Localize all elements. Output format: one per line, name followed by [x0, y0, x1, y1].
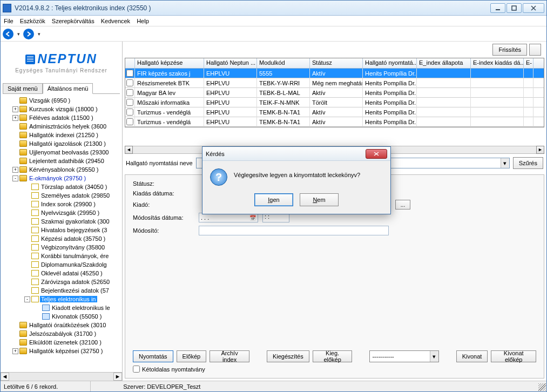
tree-teljes-elektronikus-index[interactable]: -Teljes elektronikus in	[1, 295, 122, 303]
menu-eszközök[interactable]: Eszközök	[20, 18, 45, 24]
tree-admin-helyek[interactable]: Adminisztrációs helyek (3600	[1, 122, 122, 131]
tree-index-sorok[interactable]: Index sorok (29900 )	[1, 200, 122, 208]
pin-button[interactable]	[529, 44, 541, 56]
row-checkbox[interactable]	[126, 70, 133, 77]
preview-button[interactable]: Előkép	[177, 350, 207, 362]
dialog-close-button[interactable]	[366, 149, 387, 159]
menu-file[interactable]: File	[4, 18, 13, 24]
row-checkbox[interactable]	[126, 109, 133, 116]
tree-e-okmanyok[interactable]: -E-okmányok (29750 )	[1, 174, 122, 183]
tab-sajat-menu[interactable]: Saját menü	[3, 83, 43, 93]
duplex-checkbox[interactable]	[133, 366, 140, 373]
filter-button[interactable]: Szűrés	[513, 157, 543, 169]
dialog-yes-button[interactable]: Igen	[254, 193, 293, 206]
tree-toggle[interactable]: -	[24, 296, 30, 302]
row-checkbox[interactable]	[126, 79, 133, 86]
menu-help[interactable]: Help	[137, 18, 149, 24]
nav-back-dropdown[interactable]: ▾	[16, 31, 21, 37]
print-button[interactable]: Nyomtatás	[133, 350, 173, 362]
tree-lejelentett-adathibak[interactable]: Lejelentett adathibák (29450	[1, 157, 122, 165]
grid-header[interactable]: Hallgató képzése	[135, 58, 204, 68]
grid-header[interactable]: E-index kiadás dá...	[471, 58, 524, 68]
dialog-no-button[interactable]: Nem	[300, 193, 339, 206]
nav-back-button[interactable]	[3, 29, 13, 39]
tree-hivatalos-bejegyzesek[interactable]: Hivatalos bejegyzések (3	[1, 226, 122, 234]
calendar-icon[interactable]: 📅	[249, 215, 256, 221]
refresh-button[interactable]: Frissítés	[492, 44, 527, 56]
tree-orautkozesek[interactable]: Hallgatói óraütközések (3010	[1, 321, 122, 329]
grid-header[interactable]: E-	[524, 58, 534, 68]
grid-cell: Még nem meghatáro	[310, 78, 363, 88]
tab-altalanos-menu[interactable]: Általános menü	[43, 83, 93, 94]
tree-toggle[interactable]: +	[12, 115, 18, 121]
tree-korabbi-tanulmanyok[interactable]: Korábbi tanulmányok, ére	[1, 252, 122, 260]
tree-jelszoszabalyok[interactable]: Jelszószabályok (31700 )	[1, 329, 122, 338]
tree-item-label: Hallgatói igazolások (21300 )	[28, 140, 107, 147]
tree-nyelvvizsgak[interactable]: Nyelvvizsgák (29950 )	[1, 208, 122, 217]
supplement-button[interactable]: Kiegészítés	[267, 350, 309, 362]
grid-header[interactable]: Modulkód	[257, 58, 310, 68]
tree-toggle[interactable]: +	[12, 167, 18, 173]
table-row[interactable]: FIR képzés szakos jEHPLVU5555AktívHenits…	[125, 69, 544, 78]
supplement-preview-button[interactable]: Kieg. előkép	[313, 350, 353, 362]
menu-szerepkörváltás[interactable]: Szerepkörváltás	[52, 18, 94, 24]
tree-hallgatok-kepzesei[interactable]: +Hallgatók képzései (32750 )	[1, 347, 122, 355]
modifier-input[interactable]	[199, 226, 389, 235]
nav-tree[interactable]: Vizsgák (6950 )+Kurzusok vizsgái (18000 …	[1, 94, 122, 372]
table-row[interactable]: Részismeretek BTKEHPLVUTEBK-Y-W-RRIMég n…	[125, 78, 544, 88]
close-button[interactable]	[523, 3, 544, 13]
tree-ujjlenyomat[interactable]: Ujjlenyomat beolvasás (29300	[1, 148, 122, 157]
archive-index-button[interactable]: Archív index	[210, 350, 249, 362]
tree-elkuldott-uzenetek[interactable]: Elküldött üzenetek (32100 )	[1, 338, 122, 347]
tree-diplomamunka[interactable]: Diplomamunka/Szakdolg	[1, 260, 122, 269]
sidebar-horizontal-scroll[interactable]: ◄►	[1, 372, 122, 381]
tree-szemelyes[interactable]: Személyes adatok (29850	[1, 191, 122, 200]
tree-kervenysablonok[interactable]: +Kérvénysablonok (29550 )	[1, 165, 122, 174]
table-row[interactable]: Turizmus - vendégláEHPLVUTEMK-B-N-TA1Akt…	[125, 117, 544, 127]
table-row[interactable]: Turizmus - vendégláEHPLVUTEMK-B-N-TA1Akt…	[125, 107, 544, 117]
grid-header[interactable]: Státusz	[310, 58, 363, 68]
tree-szakmai-gyak[interactable]: Szakmai gyakorlatok (300	[1, 217, 122, 226]
row-checkbox[interactable]	[126, 118, 133, 125]
grid-cell: TEBK-B-L-MAL	[257, 88, 310, 98]
tree-item-label: Záróvizsga adatok (52650	[40, 279, 111, 285]
data-grid[interactable]: Hallgató képzéseHallgató Neptun ...Modul…	[125, 58, 544, 127]
tree-kepzesi-adatok[interactable]: Képzési adatok (35750 )	[1, 234, 122, 243]
resize-grip[interactable]	[538, 383, 546, 391]
tree-toggle[interactable]: -	[12, 175, 18, 181]
tree-vegbizonyitvany[interactable]: Végbizonyítvány (35800	[1, 243, 122, 252]
grid-header[interactable]: E_index állapota	[417, 58, 471, 68]
tree-feleves-adatok[interactable]: +Féléves adatok (11500 )	[1, 113, 122, 122]
issuer-lookup-button[interactable]: ...	[395, 200, 410, 209]
minimize-button[interactable]	[490, 3, 505, 13]
table-row[interactable]: Magyar BA levEHPLVUTEBK-B-L-MALAktívHeni…	[125, 88, 544, 98]
row-checkbox[interactable]	[126, 99, 133, 106]
modifier-label: Módosító:	[133, 227, 194, 234]
tree-kurzusok-vizsgai[interactable]: +Kurzusok vizsgái (18000 )	[1, 105, 122, 113]
row-checkbox[interactable]	[126, 89, 133, 96]
table-row[interactable]: Műszaki informatikaEHPLVUTEIK-F-N-MNKTör…	[125, 98, 544, 107]
tree-hallgatoi-igazolasok[interactable]: Hallgatói igazolások (21300 )	[1, 139, 122, 148]
template-combo[interactable]: -----------▾	[369, 350, 438, 362]
tree-kiadott-elektronikus[interactable]: Kiadott elektronikus le	[1, 303, 122, 312]
tree-vizsgak[interactable]: Vizsgák (6950 )	[1, 96, 122, 105]
nav-fwd-dropdown[interactable]: ▾	[36, 31, 42, 37]
maximize-button[interactable]	[507, 3, 522, 13]
grid-header[interactable]: Hallgató Neptun ...	[204, 58, 257, 68]
tree-oklevel-adatai[interactable]: Oklevél adatai (45250 )	[1, 269, 122, 278]
tree-toggle[interactable]: +	[12, 348, 18, 354]
grid-cell: Turizmus - vendéglá	[135, 107, 204, 117]
tree-bejelentkezesi[interactable]: Bejelentkezési adatok (57	[1, 286, 122, 295]
tree-hallgatok-indexei[interactable]: Hallgatók indexei (21250 )	[1, 131, 122, 139]
menu-kedvencek[interactable]: Kedvencek	[101, 18, 130, 24]
extract-button[interactable]: Kivonat	[456, 350, 488, 362]
nav-forward-button[interactable]	[23, 29, 34, 39]
tree-toggle[interactable]: +	[12, 106, 18, 112]
grid-header[interactable]: Hallgató nyomtatá...	[363, 58, 417, 68]
tree-torzslap[interactable]: Törzslap adatok (34050 )	[1, 183, 122, 191]
tree-kivonatok[interactable]: Kivonatok (55050 )	[1, 312, 122, 321]
extract-preview-button[interactable]: Kivonat előkép	[491, 350, 536, 362]
status-bar: Letöltve 6 / 6 rekord. Szerver: DEVELOPE…	[1, 381, 546, 391]
grid-cell: Turizmus - vendéglá	[135, 117, 204, 127]
tree-zarovizsga[interactable]: Záróvizsga adatok (52650	[1, 278, 122, 286]
